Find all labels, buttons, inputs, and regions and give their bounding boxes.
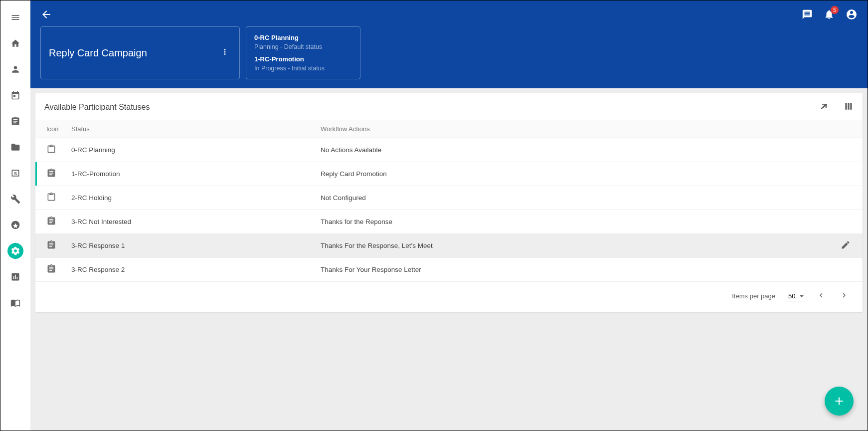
campaign-detail-card[interactable]: 0-RC Planning Planning - Default status … [246,26,360,79]
items-per-page-select[interactable]: 50 [785,291,805,301]
row-actions-cell: Thanks for the Reponse [315,210,835,234]
campaign-menu-button[interactable] [218,45,231,60]
notification-bell-icon[interactable]: 5 [824,9,835,22]
statuses-card: Available Participant Statuses Icon [35,93,863,312]
row-clipboard-icon [35,186,65,210]
columns-icon[interactable] [844,101,854,113]
paginator: Items per page 50 [35,282,863,312]
detail-line2-title: 1-RC-Promotion [254,55,352,63]
row-clipboard-icon [35,162,65,186]
calendar-icon[interactable] [7,87,23,103]
content-area: Available Participant Statuses Icon [30,88,868,431]
table-row[interactable]: 2-RC HoldingNot Configured [35,186,863,210]
row-status-cell: 1-RC-Promotion [65,162,315,186]
row-actions-cell: Reply Card Promotion [315,162,835,186]
clipboard-icon[interactable] [7,113,23,129]
row-status-cell: 3-RC Response 2 [65,258,315,282]
folder-icon[interactable] [7,139,23,155]
next-page-button[interactable] [838,289,851,303]
row-status-cell: 2-RC Holding [65,186,315,210]
row-status-cell: 3-RC Not Interested [65,210,315,234]
billing-icon[interactable]: S [7,165,23,181]
col-header-actions[interactable]: Workflow Actions [315,120,835,138]
svg-text:S: S [14,171,17,176]
row-clipboard-icon [35,210,65,234]
app-root: S [0,0,868,431]
row-status-cell: 0-RC Planning [65,138,315,162]
campaign-title: Reply Card Campaign [49,47,147,59]
star-icon[interactable] [7,217,23,233]
table-row[interactable]: 3-RC Response 1Thanks For the Response, … [35,234,863,258]
analytics-icon[interactable] [7,269,23,285]
col-header-icon[interactable]: Icon [35,120,65,138]
row-status-cell: 3-RC Response 1 [65,234,315,258]
add-fab-button[interactable] [825,387,854,416]
book-icon[interactable] [7,295,23,311]
items-per-page-label: Items per page [732,292,775,300]
settings-icon[interactable] [7,243,23,259]
col-header-status[interactable]: Status [65,120,315,138]
status-table: Icon Status Workflow Actions 0-RC Planni… [35,120,863,282]
back-arrow-icon[interactable] [40,8,52,22]
row-clipboard-icon [35,258,65,282]
detail-line2-sub: In Progress - Initial status [254,65,352,72]
table-row[interactable]: 1-RC-PromotionReply Card Promotion [35,162,863,186]
row-actions-cell: Thanks For Your Response Letter [315,258,835,282]
expand-icon[interactable] [820,101,830,113]
card-title: Available Participant Statuses [44,103,150,112]
table-row[interactable]: 3-RC Response 2Thanks For Your Response … [35,258,863,282]
detail-line1-title: 0-RC Planning [254,34,352,41]
table-row[interactable]: 3-RC Not InterestedThanks for the Repons… [35,210,863,234]
row-actions-cell: Thanks For the Response, Let's Meet [315,234,835,258]
notification-badge: 5 [831,6,839,14]
sidebar: S [0,0,30,431]
row-actions-cell: Not Configured [315,186,835,210]
row-clipboard-icon [35,138,65,162]
table-row[interactable]: 0-RC PlanningNo Actions Available [35,138,863,162]
prev-page-button[interactable] [815,289,828,303]
main-column: 5 Reply Card Campaign 0-RC Planning Pla [30,0,868,431]
home-icon[interactable] [7,35,23,51]
person-icon[interactable] [7,61,23,77]
row-actions-cell: No Actions Available [315,138,835,162]
campaign-title-card: Reply Card Campaign [40,26,240,79]
chat-icon[interactable] [802,9,813,22]
wrench-icon[interactable] [7,191,23,207]
edit-row-button[interactable] [835,234,863,258]
account-icon[interactable] [846,8,858,22]
row-clipboard-icon [35,234,65,258]
detail-line1-sub: Planning - Default status [254,43,352,50]
page-header: 5 Reply Card Campaign 0-RC Planning Pla [30,0,868,88]
menu-icon[interactable] [7,9,23,25]
